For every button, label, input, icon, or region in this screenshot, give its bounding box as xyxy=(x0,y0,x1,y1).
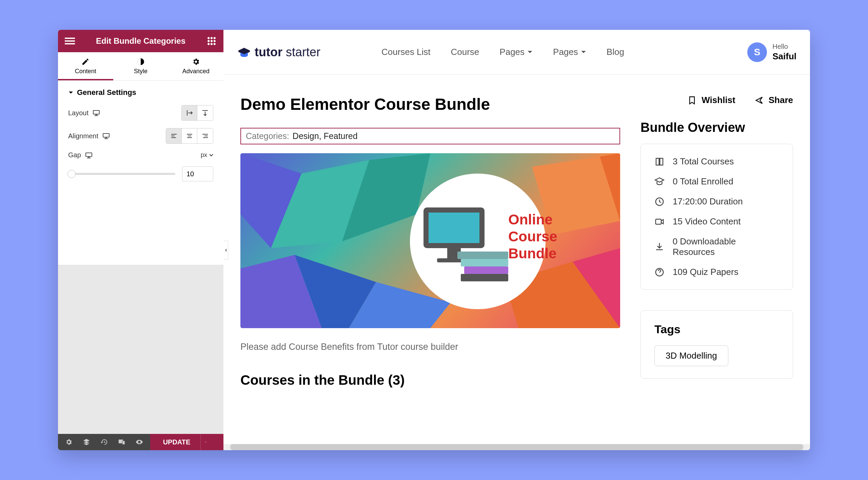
svg-point-8 xyxy=(214,40,216,42)
share-button[interactable]: Share xyxy=(754,95,793,105)
svg-text:Course: Course xyxy=(508,228,557,244)
svg-point-6 xyxy=(208,40,210,42)
share-icon xyxy=(754,96,764,105)
bookmark-icon xyxy=(687,96,697,105)
horizontal-scrollbar[interactable] xyxy=(223,444,810,450)
slider-thumb[interactable] xyxy=(67,170,76,178)
benefit-text: Please add Course Benefits from Tutor co… xyxy=(240,342,620,352)
book-icon xyxy=(654,157,665,167)
align-right-button[interactable] xyxy=(197,128,213,143)
caret-down-icon xyxy=(68,90,74,95)
menu-icon[interactable] xyxy=(65,36,75,46)
svg-rect-16 xyxy=(187,110,188,116)
layout-label: Layout xyxy=(68,109,88,117)
gap-control: Gap px xyxy=(68,151,213,159)
download-icon xyxy=(654,242,665,252)
svg-rect-30 xyxy=(86,153,92,156)
preview-icon[interactable] xyxy=(135,438,143,446)
preview-pane: tutor starter Courses List Course Pages … xyxy=(223,30,810,450)
svg-point-9 xyxy=(208,43,210,45)
layout-horizontal-button[interactable] xyxy=(182,105,197,120)
nav-courses-list[interactable]: Courses List xyxy=(381,47,431,57)
svg-point-10 xyxy=(211,43,213,45)
responsive-icon[interactable] xyxy=(118,438,126,446)
apps-icon[interactable] xyxy=(206,36,217,46)
desktop-icon[interactable] xyxy=(93,110,100,116)
svg-rect-53 xyxy=(461,274,508,281)
categories-widget-selected[interactable]: Categories: Design, Featured xyxy=(240,128,620,144)
tag-3d-modelling[interactable]: 3D Modelling xyxy=(654,345,728,366)
svg-rect-18 xyxy=(103,134,109,137)
nav-blog[interactable]: Blog xyxy=(607,47,624,57)
svg-point-4 xyxy=(211,37,213,39)
layout-vertical-button[interactable] xyxy=(197,105,213,120)
wishlist-button[interactable]: Wishlist xyxy=(687,95,735,105)
alignment-label: Alignment xyxy=(68,132,98,140)
layers-icon[interactable] xyxy=(82,438,91,446)
nav-pages-1[interactable]: Pages xyxy=(499,47,533,57)
tab-style[interactable]: Style xyxy=(113,52,169,80)
gap-input[interactable] xyxy=(182,166,213,181)
collapse-sidebar-handle[interactable] xyxy=(223,241,228,260)
desktop-icon[interactable] xyxy=(102,133,110,139)
top-nav: tutor starter Courses List Course Pages … xyxy=(223,30,810,75)
alignment-buttons xyxy=(166,128,213,144)
tab-content[interactable]: Content xyxy=(58,52,113,80)
clock-icon xyxy=(654,197,665,207)
tags-card: Tags 3D Modelling xyxy=(640,310,793,379)
svg-rect-15 xyxy=(95,115,98,116)
tab-advanced-label: Advanced xyxy=(182,68,210,75)
update-options[interactable] xyxy=(200,434,211,450)
sidebar-footer: UPDATE xyxy=(58,434,223,450)
gap-slider[interactable] xyxy=(68,173,175,175)
svg-rect-27 xyxy=(202,134,208,135)
update-button[interactable]: UPDATE xyxy=(150,434,223,450)
alignment-control: Alignment xyxy=(68,128,213,144)
chevron-down-icon xyxy=(527,50,533,54)
align-center-button[interactable] xyxy=(182,128,197,143)
svg-rect-34 xyxy=(122,441,125,444)
svg-rect-14 xyxy=(95,115,97,115)
desktop-icon[interactable] xyxy=(85,152,93,158)
tags-title: Tags xyxy=(654,323,779,336)
nav-course[interactable]: Course xyxy=(451,47,479,57)
svg-rect-21 xyxy=(171,134,177,135)
svg-rect-25 xyxy=(188,136,191,136)
svg-text:Bundle: Bundle xyxy=(508,245,556,261)
svg-point-11 xyxy=(214,43,216,45)
overview-video: 15 Video Content xyxy=(654,216,779,227)
svg-rect-22 xyxy=(171,136,175,136)
tab-advanced[interactable]: Advanced xyxy=(168,52,223,80)
svg-rect-29 xyxy=(203,137,208,138)
svg-rect-26 xyxy=(187,137,192,138)
svg-rect-50 xyxy=(457,252,508,259)
svg-rect-51 xyxy=(461,259,508,266)
sidebar-header: Edit Bundle Categories xyxy=(58,30,223,52)
action-row: Wishlist Share xyxy=(640,95,793,105)
page-content: Demo Elementor Course Bundle Categories:… xyxy=(223,75,810,408)
logo-icon xyxy=(237,46,251,58)
sidebar-body: General Settings Layout Alignment xyxy=(58,81,223,265)
section-general-settings[interactable]: General Settings xyxy=(68,88,213,97)
gap-slider-row xyxy=(68,166,213,181)
svg-point-7 xyxy=(211,40,213,42)
nav-links: Courses List Course Pages Pages Blog xyxy=(381,47,624,57)
svg-rect-17 xyxy=(202,110,208,111)
style-icon xyxy=(137,58,145,66)
settings-icon[interactable] xyxy=(65,438,73,446)
overview-duration: 17:20:00 Duration xyxy=(654,196,779,207)
svg-rect-20 xyxy=(104,138,108,139)
chevron-down-icon xyxy=(581,50,586,54)
svg-point-5 xyxy=(214,37,216,39)
user-hello: Hello xyxy=(772,42,796,51)
user-menu[interactable]: S Hello Saiful xyxy=(747,42,796,62)
avatar: S xyxy=(747,42,767,62)
gap-unit-selector[interactable]: px xyxy=(201,152,213,159)
nav-pages-2[interactable]: Pages xyxy=(553,47,586,57)
overview-courses: 3 Total Courses xyxy=(654,156,779,167)
history-icon[interactable] xyxy=(100,438,108,446)
gear-icon xyxy=(192,58,200,66)
logo[interactable]: tutor starter xyxy=(237,45,320,59)
sidebar: Edit Bundle Categories Content Style Adv… xyxy=(58,30,223,450)
align-left-button[interactable] xyxy=(166,128,182,143)
